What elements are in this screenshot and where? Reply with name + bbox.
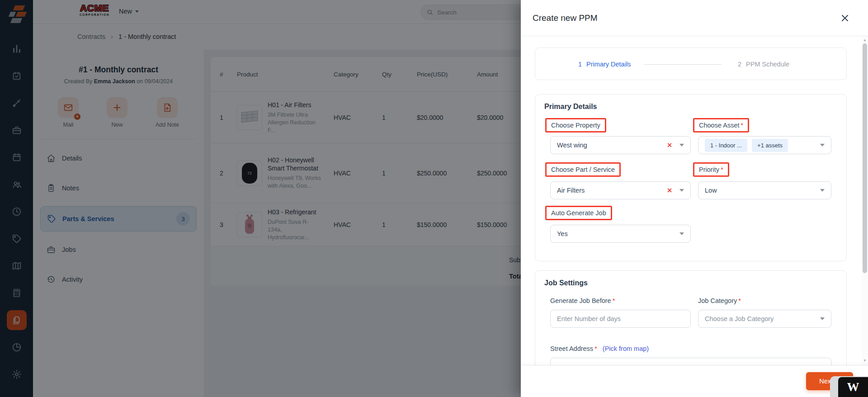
choose-asset-select[interactable]: 1 - Indoor ... +1 assets: [698, 136, 831, 154]
choose-property-select[interactable]: West wing ✕: [550, 136, 691, 154]
chevron-down-icon: [679, 189, 684, 192]
choose-part-service-label-annotated: Choose Part / Service: [545, 162, 621, 177]
job-category-select[interactable]: Choose a Job Category: [698, 310, 831, 328]
create-ppm-modal: Create new PPM 1 Primary Details 2 PPM S…: [521, 0, 868, 397]
asset-chip: 1 - Indoor ...: [705, 139, 747, 152]
street-address-label: Street Address* (Pick from map): [550, 345, 649, 352]
chevron-down-icon: [820, 317, 825, 320]
job-category-label: Job Category*: [698, 297, 741, 304]
chevron-down-icon: [820, 189, 825, 192]
priority-label-annotated: Priority*: [693, 162, 729, 177]
modal-body: 1 Primary Details 2 PPM Schedule Primary…: [521, 36, 862, 365]
street-address-input[interactable]: [550, 358, 831, 365]
job-settings-card: Job Settings Generate Job Before* Job Ca…: [535, 270, 847, 365]
choose-asset-label-annotated: Choose Asset*: [693, 118, 749, 132]
clear-icon[interactable]: ✕: [667, 142, 672, 149]
auto-generate-job-label-annotated: Auto Generate Job: [545, 206, 612, 220]
modal-footer: Next ›: [521, 365, 868, 397]
generate-job-before-input[interactable]: [550, 310, 691, 328]
step-ppm-schedule[interactable]: 2 PPM Schedule: [738, 48, 789, 80]
auto-generate-job-select[interactable]: Yes: [550, 225, 691, 243]
close-icon: [841, 14, 849, 22]
choose-property-label-annotated: Choose Property: [545, 118, 606, 132]
primary-details-card: Primary Details Choose Property West win…: [535, 94, 847, 261]
asset-chip: +1 assets: [752, 139, 788, 152]
chevron-down-icon: [679, 144, 684, 147]
watermark-badge: W: [838, 377, 868, 397]
clear-icon[interactable]: ✕: [667, 187, 672, 194]
modal-scrollbar: ▲ ▼: [862, 36, 868, 365]
modal-title: Create new PPM: [533, 13, 598, 23]
scroll-up-icon[interactable]: ▲: [862, 38, 868, 42]
close-button[interactable]: [839, 12, 851, 24]
scroll-down-icon[interactable]: ▼: [862, 359, 868, 363]
chevron-down-icon: [679, 232, 684, 235]
priority-select[interactable]: Low: [698, 181, 831, 199]
choose-part-service-select[interactable]: Air Filters ✕: [550, 181, 691, 199]
stepper: 1 Primary Details 2 PPM Schedule: [535, 47, 847, 80]
step-connector: [644, 64, 722, 65]
modal-header: Create new PPM: [521, 0, 868, 36]
job-settings-heading: Job Settings: [544, 279, 588, 287]
pick-from-map-link[interactable]: (Pick from map): [603, 345, 649, 352]
generate-job-before-label: Generate Job Before*: [550, 297, 615, 304]
primary-details-heading: Primary Details: [544, 103, 597, 111]
step-primary-details[interactable]: 1 Primary Details: [578, 48, 631, 80]
chevron-down-icon: [820, 144, 825, 147]
scrollbar-thumb[interactable]: [863, 43, 867, 273]
watermark-container: W: [830, 376, 868, 397]
